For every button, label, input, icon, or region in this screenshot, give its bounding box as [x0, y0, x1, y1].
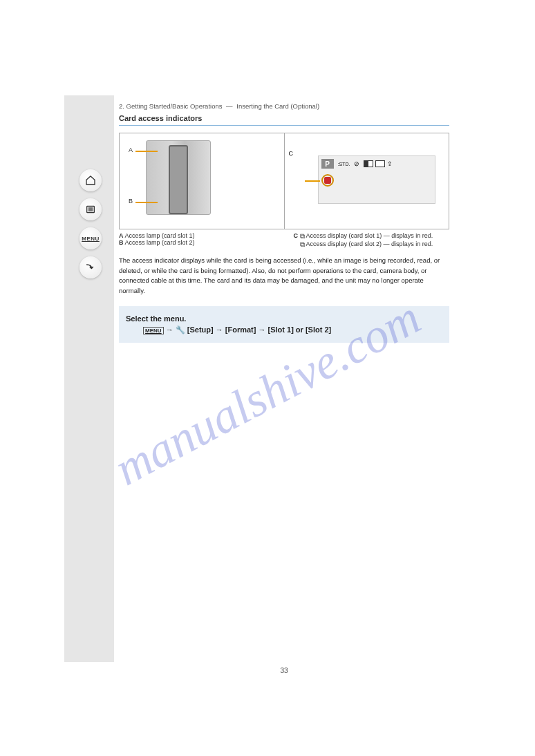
step-block: Select the menu. MENU → 🔧 [Setup] → [For…: [119, 306, 449, 343]
step-category: [Setup]: [187, 325, 214, 334]
figure-row: A B C P :STD. ⊘ ⇪: [119, 133, 449, 229]
tiny-icons: ⇪: [364, 160, 393, 167]
home-icon[interactable]: [79, 169, 102, 191]
card1-icon: ⧉: [300, 232, 305, 240]
callout-label-a: A: [129, 147, 133, 153]
caption-b-text: Access lamp (card slot 2): [125, 239, 195, 246]
callout-label-b: B: [129, 198, 133, 205]
page-content: 2. Getting Started/Basic Operations — In…: [119, 95, 449, 662]
caption-right: C ⧉ Access display (card slot 1) — displ…: [291, 232, 449, 249]
breadcrumb-page: Inserting the Card (Optional): [236, 102, 319, 110]
callout-line-a: [135, 151, 158, 152]
caption-c2-text: Access display (card slot 2) — displays …: [306, 240, 433, 247]
wrench-icon: 🔧: [176, 325, 185, 334]
access-indicator-circle: [321, 174, 334, 187]
caption-a-text: Access lamp (card slot 1): [125, 232, 195, 239]
box-icon-1: [364, 160, 373, 167]
step-line-2: MENU → 🔧 [Setup] → [Format] → [Slot 1] o…: [126, 324, 442, 336]
figure-right: C P :STD. ⊘ ⇪: [285, 133, 449, 229]
menu-badge: MENU: [143, 327, 164, 334]
std-label: :STD.: [338, 162, 350, 167]
breadcrumb-section: Getting Started/Basic Operations: [126, 102, 223, 110]
figure-left: A B: [120, 133, 285, 229]
callout-label-c: C: [289, 150, 294, 157]
page-number: 33: [280, 667, 288, 674]
screen-ui-illustration: P :STD. ⊘ ⇪: [318, 155, 435, 204]
camera-slot-illustration: A B: [146, 140, 211, 215]
breadcrumb-num: 2.: [119, 102, 124, 110]
menu-icon[interactable]: MENU: [79, 227, 102, 249]
section-title: Card access indicators: [119, 114, 449, 122]
screen-top-row: P :STD. ⊘ ⇪: [321, 159, 432, 169]
card2-icon: ⧉: [300, 240, 305, 249]
screen-rec-row: [321, 174, 334, 187]
caption-c-text: Access display (card slot 1) — displays …: [306, 232, 433, 239]
back-icon[interactable]: [79, 256, 102, 278]
caption-left: A Access lamp (card slot 1) B Access lam…: [119, 232, 277, 249]
callout-line-c: [305, 180, 320, 182]
list-icon[interactable]: [79, 198, 102, 220]
step-rest: → [Format] → [Slot 1] or [Slot 2]: [216, 325, 331, 334]
section-divider: [119, 125, 449, 126]
nav-icons: MENU: [79, 169, 102, 278]
upload-icon: ⇪: [387, 160, 393, 167]
figure-captions: A Access lamp (card slot 1) B Access lam…: [119, 232, 449, 249]
breadcrumb-sep: —: [226, 102, 233, 110]
access-indicator-icon: [324, 177, 331, 184]
flash-off-icon: ⊘: [354, 160, 359, 167]
callout-line-b: [135, 202, 158, 203]
step-arrow-1: →: [166, 325, 176, 334]
caption-b-key: B: [119, 239, 124, 246]
body-paragraph: The access indicator displays while the …: [119, 256, 449, 296]
step-line-1: Select the menu.: [126, 313, 442, 325]
box-icon-2: [375, 160, 385, 167]
caption-a-key: A: [119, 232, 124, 239]
mode-badge: P: [321, 159, 334, 169]
breadcrumb: 2. Getting Started/Basic Operations — In…: [119, 95, 449, 113]
caption-c-key: C: [294, 232, 299, 239]
